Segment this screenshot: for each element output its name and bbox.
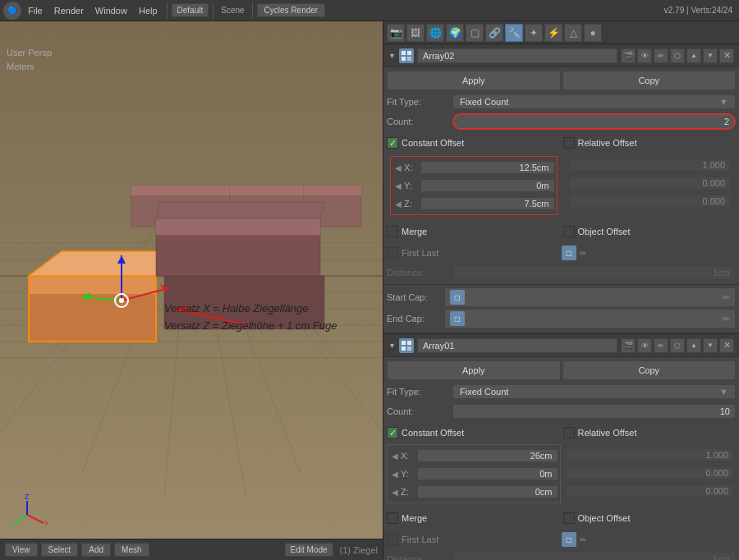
x-value-2[interactable]: 26cm — [417, 449, 558, 462]
rel-z-value-2[interactable]: 0.000 — [566, 484, 735, 498]
rel-x-row-1: 1.000 — [569, 156, 732, 174]
workspace-selector[interactable]: Default — [172, 3, 209, 17]
svg-line-44 — [27, 515, 44, 523]
distance-value-2[interactable]: 1cm — [452, 552, 736, 560]
apply-button-1[interactable]: Apply — [387, 71, 561, 90]
x-arrow-2[interactable]: ◀ — [389, 452, 401, 461]
mod-render-icon[interactable]: 🎬 — [621, 48, 636, 63]
mod-edit-icon-2[interactable]: ✏ — [654, 338, 668, 353]
copy-button-1[interactable]: Copy — [562, 71, 737, 90]
panel-icon-constraints[interactable]: 🔗 — [485, 24, 503, 42]
distance-value-1[interactable]: 1cm — [452, 265, 736, 280]
panel-icon-data[interactable]: △ — [564, 24, 582, 42]
mod-remove-btn[interactable]: ✕ — [719, 48, 734, 63]
y-value-2[interactable]: 0m — [417, 467, 558, 480]
end-cap-icon[interactable]: ▢ — [450, 311, 465, 326]
panel-icon-modifier[interactable]: 🔧 — [505, 24, 523, 42]
panel-icon-material[interactable]: ● — [584, 24, 602, 42]
z-value-1[interactable]: 7.5cm — [420, 197, 555, 210]
relative-offset-cb-2[interactable] — [563, 427, 575, 438]
modifier-array01-header: ▼ 🎬 👁 ✏ ⬡ ▲ ▼ ✕ — [383, 334, 739, 357]
merge-cb-2[interactable] — [387, 512, 398, 524]
object-icon-2[interactable]: ▢ — [562, 532, 576, 547]
first-last-cb-1[interactable] — [387, 247, 398, 259]
z-arrow-1[interactable]: ◀ — [392, 200, 404, 209]
mod-move-down-btn-2[interactable]: ▼ — [703, 338, 718, 353]
merge-cb-1[interactable] — [387, 226, 398, 237]
mod-move-up-btn-2[interactable]: ▲ — [686, 338, 701, 353]
mod-collapse-arrow-2[interactable]: ▼ — [388, 342, 396, 350]
mesh-menu-btn[interactable]: Mesh — [114, 543, 149, 557]
relative-offset-cb-1[interactable] — [563, 137, 575, 149]
panel-icon-physics[interactable]: ⚡ — [544, 24, 562, 42]
y-arrow-1[interactable]: ◀ — [392, 181, 404, 190]
mod-remove-btn-2[interactable]: ✕ — [719, 338, 734, 353]
z-value-2[interactable]: 0cm — [417, 485, 558, 498]
mod-move-down-btn[interactable]: ▼ — [703, 48, 718, 63]
object-offset-cb-2[interactable] — [563, 512, 575, 524]
start-cap-edit-icon[interactable]: ✏ — [723, 292, 730, 303]
x-label-2: X: — [401, 451, 417, 461]
object-edit-icon-2[interactable]: ✏ — [580, 535, 586, 544]
start-cap-icon[interactable]: ▢ — [450, 290, 465, 305]
object-offset-cb-1[interactable] — [563, 226, 575, 237]
engine-selector[interactable]: Cycles Render — [257, 3, 326, 17]
mod-edit-icon[interactable]: ✏ — [654, 48, 668, 63]
end-cap-edit-icon[interactable]: ✏ — [723, 314, 730, 324]
mode-selector[interactable]: Edit Mode — [285, 543, 333, 557]
add-menu-btn[interactable]: Add — [81, 543, 111, 557]
menu-file[interactable]: File — [23, 4, 48, 17]
object-icon-1[interactable]: ▢ — [562, 246, 576, 260]
merge-label-2: Merge — [402, 513, 427, 523]
panel-icon-world[interactable]: 🌍 — [446, 24, 464, 42]
mod-render-icon-2[interactable]: 🎬 — [621, 338, 636, 353]
rel-x-value-2[interactable]: 1.000 — [566, 448, 735, 461]
first-last-cb-2[interactable] — [387, 534, 398, 545]
view-menu-btn[interactable]: View — [5, 543, 38, 557]
panel-icon-object[interactable]: ▢ — [466, 24, 484, 42]
mod-cage-icon-2[interactable]: ⬡ — [670, 338, 685, 353]
object-edit-icon-1[interactable]: ✏ — [580, 249, 586, 258]
scene-selector[interactable]: Scene — [218, 6, 247, 15]
mod-cage-icon[interactable]: ⬡ — [670, 48, 685, 63]
x-arrow-1[interactable]: ◀ — [392, 163, 404, 172]
menu-window[interactable]: Window — [90, 4, 132, 17]
mod-move-up-btn[interactable]: ▲ — [686, 48, 701, 63]
svg-rect-56 — [402, 347, 406, 351]
apply-button-2[interactable]: Apply — [387, 360, 561, 380]
mod-eye-icon-2[interactable]: 👁 — [637, 338, 652, 353]
rel-y-value-2[interactable]: 0.000 — [566, 466, 735, 480]
x-value-1[interactable]: 12.5cm — [420, 161, 555, 174]
panel-icon-particles[interactable]: ✦ — [525, 24, 543, 42]
first-last-checkbox-row-1: First Last — [387, 243, 562, 263]
modifier-array02-header: ▼ 🎬 👁 ✏ ⬡ ▲ ▼ ✕ — [383, 44, 739, 67]
constant-offset-cb-1[interactable]: ✓ — [387, 137, 398, 149]
viewport-3d[interactable]: User Persp Meters Versatz X = Halbe Zieg… — [0, 21, 383, 560]
copy-button-2[interactable]: Copy — [562, 360, 737, 380]
rel-z-value-1[interactable]: 0.000 — [569, 195, 732, 208]
y-arrow-2[interactable]: ◀ — [389, 470, 401, 479]
fit-type-dropdown-1[interactable]: Fixed Count ▼ — [452, 94, 736, 109]
count-value-2[interactable]: 10 — [452, 404, 736, 419]
constant-offset-cb-2[interactable]: ✓ — [387, 427, 398, 438]
y-value-1[interactable]: 0m — [420, 179, 555, 192]
modifier-name-input-2[interactable] — [417, 338, 617, 353]
count-row-2: Count: 10 — [383, 402, 739, 421]
panel-icon-camera[interactable]: 📷 — [387, 24, 405, 42]
divider-1 — [383, 284, 739, 285]
z-arrow-2[interactable]: ◀ — [389, 488, 401, 497]
panel-icon-render[interactable]: 🖼 — [406, 24, 425, 42]
menu-help[interactable]: Help — [134, 4, 163, 17]
count-value-1[interactable]: 2 — [452, 113, 736, 130]
rel-x-value-1[interactable]: 1.000 — [569, 158, 732, 172]
select-menu-btn[interactable]: Select — [41, 543, 79, 557]
panel-icon-scene[interactable]: 🌐 — [426, 24, 444, 42]
mod-collapse-arrow[interactable]: ▼ — [388, 52, 396, 60]
x-row-2: ◀ X: 26cm — [389, 447, 558, 465]
modifier-name-input[interactable] — [417, 48, 617, 63]
fit-type-dropdown-2[interactable]: Fixed Count ▼ — [452, 384, 736, 399]
mod-eye-icon[interactable]: 👁 — [637, 48, 652, 63]
menu-render[interactable]: Render — [49, 4, 89, 17]
modifier-array01: ▼ 🎬 👁 ✏ ⬡ ▲ ▼ ✕ Apply Copy — [383, 334, 739, 560]
rel-y-value-1[interactable]: 0.000 — [569, 177, 732, 190]
